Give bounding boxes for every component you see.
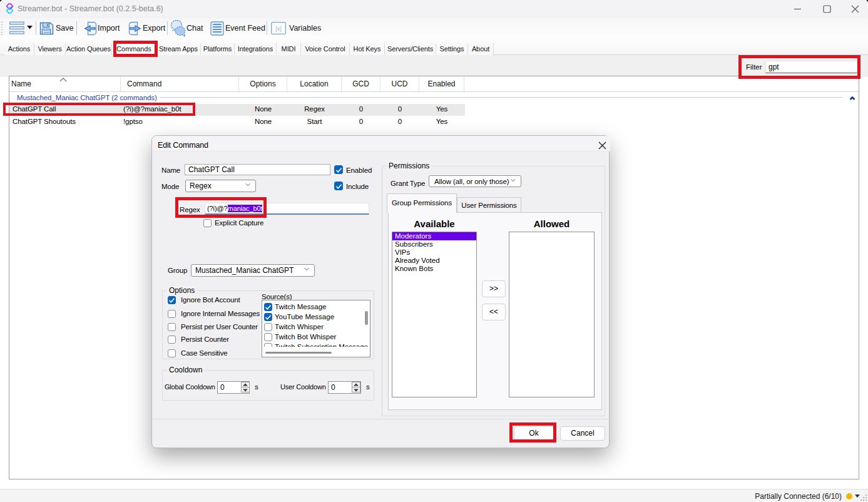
svg-text:[x]: [x]: [275, 26, 282, 32]
